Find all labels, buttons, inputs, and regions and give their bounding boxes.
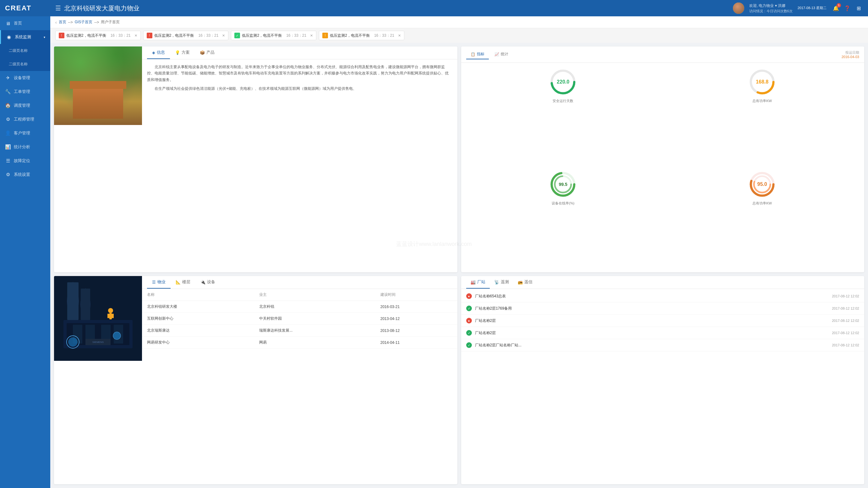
station-name: 厂站名称2层 [475,330,829,336]
metric-total-power1: 168.8 总有功率KW [665,68,859,165]
tab-floor[interactable]: 📐 楼层 [170,276,195,289]
floor-tab-icon: 📐 [176,280,181,285]
sidebar-item-workorder[interactable]: 🔧 工单管理 [0,85,50,99]
avatar-image [733,2,744,14]
table-row[interactable]: 互联网创新中心 中关村软件园 2013-04-12 [142,313,457,325]
alert-icon-2: ! [147,33,152,38]
tab-info[interactable]: ◈ 信息 [147,46,170,59]
help-button[interactable]: ❓ [843,4,852,12]
gauge-value-4: 95.0 [757,182,767,187]
sidebar-item-stats[interactable]: 📊 统计分析 [0,140,50,154]
fault-icon: ☰ [5,158,11,164]
breadcrumb-back[interactable]: ‹ [55,20,57,25]
cell-date: 2016-03-21 [375,301,457,313]
plan-tab-icon: 💡 [175,50,180,55]
breadcrumb-home[interactable]: 首页 [59,20,66,25]
table-row[interactable]: 北京科锐研发大楼 北京科锐 2016-03-21 [142,301,457,313]
building-shape [73,87,123,119]
date-info: 2017-08-13 星期二 [798,5,827,11]
metrics-header: 📋 指标 📈 统计 投运日期 2016-04-03 [461,46,865,63]
sidebar-item-customer[interactable]: 👤 客户管理 [0,126,50,140]
sidebar-submenu: 二级页名称 二级页名称 [0,44,50,71]
page-title: 北京科锐研发大厦电力物业 [64,4,140,12]
station-name: 厂站名称2层 [475,318,829,323]
svg-point-28 [108,308,113,313]
station-time: 2017-08-12 12:02 [832,343,859,347]
cell-date: 2013-08-12 [375,325,457,337]
engineer-icon: ⚙ [5,117,11,122]
list-item[interactable]: ✓ 厂站名称2层1769备用 2017-08-12 12:02 [461,302,865,315]
tab-plan[interactable]: 💡 方案 [170,46,195,59]
property-card: SIEMENS [54,276,457,484]
sidebar-item-sub1[interactable]: 二级页名称 [0,44,50,58]
transformer-image: SIEMENS [54,276,142,361]
status-icon: ● [466,293,472,299]
sidebar-item-engineer[interactable]: ⚙ 工程师管理 [0,112,50,126]
notification-button[interactable]: 🔔 5 [832,4,840,12]
remote-tab-label: 遥信 [524,279,532,285]
sidebar-label-settings: 系统设置 [14,172,30,177]
station-tab-telemetry[interactable]: 📡 遥测 [490,276,513,289]
table-row[interactable]: 北京瑞斯康达 瑞斯康达科技发展... 2013-08-12 [142,325,457,337]
sidebar-item-fault[interactable]: ☰ 故障定位 [0,154,50,168]
metrics-tab-index[interactable]: 📋 指标 [466,50,489,59]
sidebar-item-equipment[interactable]: ✈ 设备管理 [0,71,50,85]
breadcrumb-user: 用户子首页 [101,20,120,25]
building-image [54,46,142,125]
station-tab-plant[interactable]: 🏭 厂站 [466,276,490,289]
alert-close-1[interactable]: ✕ [134,34,137,38]
alert-time-4: 16：33：21 [374,33,394,38]
list-item[interactable]: ● 厂站名称2层 2017-08-12 12:02 [461,315,865,327]
tab-property[interactable]: ☰ 物业 [147,276,170,289]
alert-close-2[interactable]: ✕ [222,34,225,38]
col-owner: 业主 [254,289,375,301]
alert-time-3: 16：33：21 [286,33,306,38]
tab-product[interactable]: 📦 产品 [195,46,220,59]
breadcrumb-gis[interactable]: GIS子首页 [75,20,93,25]
schedule-icon: 🏠 [5,103,11,108]
list-item[interactable]: ● 厂站名称6543总表 2017-08-12 12:02 [461,290,865,302]
gauge-power1: 168.8 [748,68,776,96]
alert-tab-2[interactable]: ! 低压监测2，电流不平衡 16：33：21 ✕ [143,31,229,40]
alert-icon-3: ✓ [235,33,240,38]
tab-device[interactable]: 🔌 设备 [195,276,220,289]
list-item[interactable]: ✓ 厂站名称2层 2017-08-12 12:02 [461,327,865,339]
station-name: 厂站名称2层厂站名称厂站... [475,343,829,348]
alert-close-3[interactable]: ✕ [310,34,313,38]
alert-tab-1[interactable]: ! 低压监测2，电流不平衡 16：33：21 ✕ [55,31,141,40]
alert-text-4: 低压监测2，电流不平衡 [330,33,370,38]
settings-icon: ⚙ [5,172,11,177]
alert-tab-3[interactable]: ✓ 低压监测2，电流不平衡 16：33：21 ✕ [231,31,316,40]
sidebar-item-sub2[interactable]: 二级页名称 [0,58,50,71]
cell-owner: 网易 [254,337,375,349]
gauge-power2: 95.0 [748,170,776,198]
content-area: ‹ 首页 --> GIS子首页 --> 用户子首页 ! 低压监测2，电流不平衡 … [50,16,868,488]
alert-close-4[interactable]: ✕ [398,34,401,38]
station-header: 🏭 厂站 📡 遥测 📻 遥信 [461,276,865,289]
device-tab-icon: 🔌 [200,280,206,285]
status-icon: ✓ [466,305,472,311]
property-tabs: ☰ 物业 📐 楼层 🔌 设备 [142,276,457,484]
notification-badge: 5 [837,3,841,7]
alert-time-2: 16：33：21 [198,33,218,38]
property-table: 名称 业主 建设时间 北京科锐研发大楼 北京科锐 2016-03-21 互联网创… [142,289,457,349]
expand-button[interactable]: ⊞ [854,4,863,12]
svg-rect-15 [67,282,79,320]
main-layout: 🖥 首页 ◉ 系统监测 ▾ 二级页名称 二级页名称 ✈ 设备管理 🔧 工单管理 … [0,16,868,488]
stats-tab-label: 统计 [501,52,508,57]
sidebar-item-schedule[interactable]: 🏠 调度管理 [0,99,50,112]
alert-icon-4: ! [322,33,328,38]
list-item[interactable]: ✓ 厂站名称2层厂站名称厂站... 2017-08-12 12:02 [461,339,865,351]
info-tabs: ◈ 信息 💡 方案 📦 产品 北京科锐主要从事配电设备及电 [142,46,457,272]
table-row[interactable]: 网易研发中心 网易 2014-04-11 [142,337,457,349]
alert-text-1: 低压监测2，电流不平衡 [66,33,106,38]
deploy-date-label: 投运日期 [842,50,859,55]
metrics-tab-stats[interactable]: 📈 统计 [490,50,513,59]
alert-tab-4[interactable]: ! 低压监测2，电流不平衡 16：33：21 ✕ [319,31,404,40]
station-tab-remote[interactable]: 📻 遥信 [513,276,537,289]
sidebar-item-monitor[interactable]: ◉ 系统监测 ▾ [0,30,50,44]
sidebar-item-home[interactable]: 🖥 首页 [0,16,50,30]
sidebar-item-settings[interactable]: ⚙ 系统设置 [0,168,50,182]
station-name: 厂站名称2层1769备用 [475,306,829,311]
monitor-icon: ◉ [6,34,11,40]
